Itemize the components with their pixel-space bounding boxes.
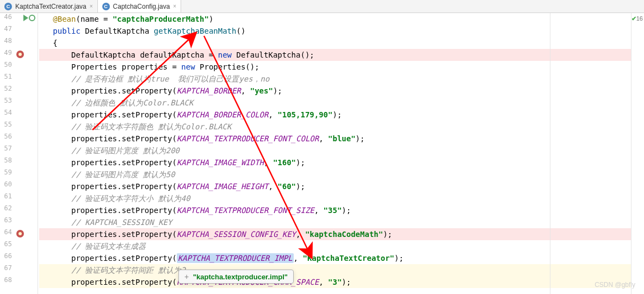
tooltip-text: "kaptcha.textproducer.impl": [193, 273, 288, 281]
close-icon[interactable]: ×: [90, 3, 93, 9]
line-number: 47: [2, 25, 12, 33]
code-line: // 验证码文本生成器: [39, 240, 631, 252]
code-line: public DefaultKaptcha getKaptchaBeanMath…: [39, 25, 631, 37]
code-line: Properties properties = new Properties()…: [39, 61, 631, 73]
breakpoint-icon[interactable]: [16, 230, 24, 237]
code-line: @Bean(name = "captchaProducerMath"): [39, 13, 631, 25]
line-number: 61: [2, 192, 12, 200]
breakpoint-icon[interactable]: [16, 51, 24, 58]
code-line: properties.setProperty(KAPTCHA_TEXTPRODU…: [39, 133, 631, 145]
watermark: CSDN @gbfly: [595, 281, 635, 289]
debug-icon: [29, 15, 35, 21]
java-class-icon: C: [4, 3, 12, 10]
line-number: 59: [2, 168, 12, 176]
code-line: // 边框颜色 默认为Color.BLACK: [39, 97, 631, 109]
code-line: // 验证码图片高度 默认为50: [39, 168, 631, 180]
tab-bar: C KaptchaTextCreator.java × C CaptchaCon…: [0, 0, 644, 13]
checkmark-icon: ✔: [631, 15, 636, 22]
line-number: 56: [2, 133, 12, 140]
line-number: 63: [2, 216, 12, 224]
tab-kaptcha-text-creator[interactable]: C KaptchaTextCreator.java ×: [0, 0, 98, 12]
tab-captcha-config[interactable]: C CaptchaConfig.java ×: [98, 0, 182, 12]
code-line: properties.setProperty(KAPTCHA_TEXTPRODU…: [39, 252, 631, 264]
line-number: 58: [2, 157, 12, 164]
code-editor[interactable]: @Bean(name = "captchaProducerMath") publ…: [38, 13, 631, 294]
play-icon: [23, 15, 28, 21]
plus-icon: +: [184, 272, 189, 281]
code-line: properties.setProperty(KAPTCHA_IMAGE_HEI…: [39, 180, 631, 192]
tab-label: CaptchaConfig.java: [113, 3, 170, 10]
line-number: 46: [2, 13, 12, 21]
line-number: 62: [2, 204, 12, 212]
line-number: 54: [2, 109, 12, 116]
code-line: properties.setProperty(KAPTCHA_BORDER_CO…: [39, 109, 631, 121]
code-line: {: [39, 37, 631, 49]
code-line: // KAPTCHA_SESSION_KEY: [39, 216, 631, 228]
close-icon[interactable]: ×: [173, 3, 176, 9]
code-line: properties.setProperty(KAPTCHA_TEXTPRODU…: [39, 204, 631, 216]
code-line: // 验证码文本字符颜色 默认为Color.BLACK: [39, 121, 631, 133]
java-class-icon: C: [102, 3, 110, 10]
code-line: properties.setProperty(KAPTCHA_TEXTPRODU…: [39, 276, 631, 288]
line-number: 50: [2, 61, 12, 68]
code-line: // 验证码文本字符大小 默认为40: [39, 192, 631, 204]
code-line: properties.setProperty(KAPTCHA_IMAGE_WID…: [39, 157, 631, 168]
code-line: // 验证码文本字符间距 默认为2: [39, 264, 631, 276]
inspection-stripe[interactable]: ✔16: [631, 13, 644, 294]
line-number: 55: [2, 121, 12, 128]
code-line: // 是否有边框 默认为true 我们可以自己设置yes，no: [39, 73, 631, 85]
code-line: DefaultKaptcha defaultKaptcha = new Defa…: [39, 49, 631, 61]
line-number: 51: [2, 73, 12, 80]
line-number: 64: [2, 228, 12, 236]
line-number: 48: [2, 37, 12, 45]
line-number: 66: [2, 252, 12, 260]
line-number: 52: [2, 85, 12, 92]
quick-doc-tooltip: + "kaptcha.textproducer.impl": [178, 270, 294, 284]
line-number: 49: [2, 49, 12, 57]
line-number: 57: [2, 145, 12, 152]
code-line: // 验证码图片宽度 默认为200: [39, 145, 631, 157]
inspection-count: ✔16: [631, 15, 643, 22]
line-number: 65: [2, 240, 12, 248]
tab-label: KaptchaTextCreator.java: [15, 3, 86, 10]
code-line: properties.setProperty(KAPTCHA_SESSION_C…: [39, 228, 631, 240]
code-line: properties.setProperty(KAPTCHA_BORDER, "…: [39, 85, 631, 97]
line-number: 53: [2, 97, 12, 104]
line-number: 68: [2, 276, 12, 284]
run-gutter-icon[interactable]: [23, 15, 35, 21]
line-number: 60: [2, 180, 12, 188]
line-number: 67: [2, 264, 12, 272]
editor-gutter: 46 47 48 49 50 51 52 53 54 55 56 57 58 5…: [0, 13, 38, 294]
